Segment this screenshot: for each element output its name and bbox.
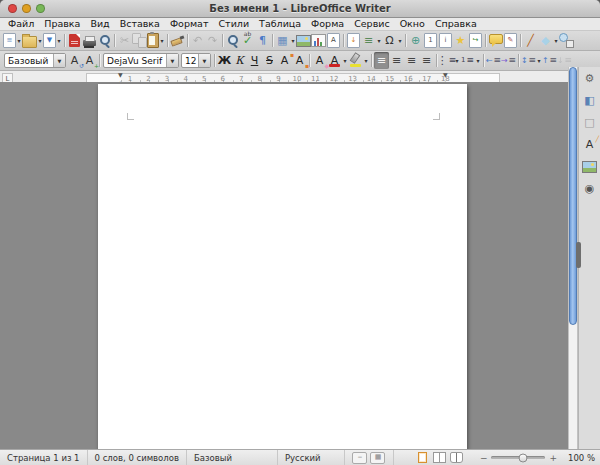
save-button-dropdown[interactable]: ▾: [56, 37, 62, 44]
selection-mode-button[interactable]: ‒: [352, 449, 367, 465]
menu-table[interactable]: Таблица: [254, 18, 306, 30]
document-modified-indicator[interactable]: ▦: [370, 449, 385, 465]
highlight-color-button-dropdown[interactable]: ▾: [363, 57, 369, 64]
paste-button[interactable]: ▾: [147, 32, 165, 49]
sidebar-page-button[interactable]: □: [582, 114, 597, 131]
print-button[interactable]: [82, 32, 97, 49]
zoom-slider-track[interactable]: [491, 456, 545, 459]
insert-footnote-button[interactable]: 1: [423, 32, 438, 49]
clear-formatting-button[interactable]: A◆: [312, 52, 327, 69]
font-name-select[interactable]: DejaVu Serif▼: [103, 53, 179, 68]
open-button[interactable]: ▾: [22, 32, 43, 49]
line-spacing-button[interactable]: ↕≡▾: [521, 52, 542, 69]
justify-button[interactable]: ≡: [419, 52, 434, 69]
paragraph-style-select-dropdown[interactable]: ▼: [53, 54, 65, 67]
insert-line-button[interactable]: ╱: [523, 32, 538, 49]
zoom-slider-knob[interactable]: [518, 453, 527, 462]
close-button[interactable]: [8, 4, 17, 13]
font-color-button[interactable]: A▾: [327, 52, 348, 69]
insert-comment-button[interactable]: [488, 32, 503, 49]
increase-indent-button[interactable]: →≡: [501, 52, 516, 69]
insert-bookmark-button[interactable]: ★: [453, 32, 468, 49]
page-style-status[interactable]: Базовый: [187, 450, 278, 465]
save-button[interactable]: ▼▾: [43, 32, 62, 49]
cut-button[interactable]: ✂: [117, 32, 132, 49]
align-left-button[interactable]: ≡: [374, 52, 389, 69]
highlight-color-button[interactable]: ▾: [348, 52, 369, 69]
paragraph-style-select[interactable]: Базовый▼: [4, 53, 66, 68]
print-preview-button[interactable]: [97, 32, 112, 49]
spelling-button[interactable]: ✓ab: [240, 32, 255, 49]
paste-button-dropdown[interactable]: ▾: [159, 37, 165, 44]
book-view-button[interactable]: [449, 449, 464, 465]
export-pdf-button[interactable]: [67, 32, 82, 49]
decrease-indent-button[interactable]: ←≡: [486, 52, 501, 69]
font-size-select-dropdown[interactable]: ▼: [198, 54, 210, 67]
sidebar-properties-button[interactable]: ◧: [582, 92, 597, 109]
font-name-select-dropdown[interactable]: ▼: [166, 54, 178, 67]
increase-paragraph-spacing-button[interactable]: ↑≡: [542, 52, 557, 69]
word-count-status[interactable]: 0 слов, 0 символов: [88, 450, 187, 465]
insert-cross-reference-button[interactable]: ↪: [468, 32, 483, 49]
menu-styles[interactable]: Стили: [213, 18, 254, 30]
sidebar-settings-button[interactable]: ⚙: [582, 70, 597, 87]
zoom-out-button[interactable]: −: [478, 453, 490, 463]
italic-button[interactable]: К: [232, 52, 247, 69]
sidebar-navigator-button[interactable]: ◉: [582, 180, 597, 197]
draw-functions-button[interactable]: [559, 32, 574, 49]
menu-insert[interactable]: Вставка: [115, 18, 165, 30]
menu-view[interactable]: Вид: [85, 18, 114, 30]
menu-file[interactable]: Файл: [3, 18, 39, 30]
sidebar-styles-button[interactable]: A╱: [582, 136, 597, 153]
underline-button[interactable]: Ч: [247, 52, 262, 69]
vertical-scrollbar-thumb[interactable]: [569, 67, 577, 325]
document-page[interactable]: [98, 84, 467, 449]
insert-image-button[interactable]: [296, 32, 311, 49]
sidebar-gallery-button[interactable]: [582, 158, 597, 175]
subscript-button[interactable]: A▪: [292, 52, 307, 69]
menu-edit[interactable]: Правка: [39, 18, 85, 30]
menu-help[interactable]: Справка: [430, 18, 482, 30]
insert-table-button[interactable]: ▦▾: [275, 32, 296, 49]
copy-button[interactable]: [132, 32, 147, 49]
update-style-button[interactable]: A↺: [67, 52, 82, 69]
undo-button[interactable]: ↶: [190, 32, 205, 49]
numbered-list-button[interactable]: 1≡▾: [460, 52, 481, 69]
insert-chart-button[interactable]: [311, 32, 326, 49]
multi-page-view-button[interactable]: [432, 449, 447, 465]
strikethrough-button[interactable]: S: [262, 52, 277, 69]
new-style-button[interactable]: A+: [82, 52, 97, 69]
page-number-status[interactable]: Страница 1 из 1: [0, 450, 88, 465]
insert-hyperlink-button[interactable]: ⊕: [408, 32, 423, 49]
insert-special-character-button-dropdown[interactable]: ▾: [397, 37, 403, 44]
menu-form[interactable]: Форма: [306, 18, 349, 30]
insert-field-button[interactable]: ≡▾: [361, 32, 382, 49]
menu-window[interactable]: Окно: [395, 18, 430, 30]
track-changes-button[interactable]: ✎: [503, 32, 518, 49]
page-break-button[interactable]: ↓: [346, 32, 361, 49]
insert-textbox-button[interactable]: A: [326, 32, 341, 49]
bold-button[interactable]: Ж: [217, 52, 232, 69]
redo-button[interactable]: ↷: [205, 32, 220, 49]
insert-endnote-button[interactable]: i: [438, 32, 453, 49]
numbered-list-button-dropdown[interactable]: ▾: [475, 57, 481, 64]
basic-shapes-button[interactable]: ◆▾: [538, 32, 559, 49]
clone-formatting-button[interactable]: [170, 32, 185, 49]
find-replace-button[interactable]: [225, 32, 240, 49]
bullet-list-button[interactable]: ⋮≡▾: [439, 52, 460, 69]
zoom-in-button[interactable]: +: [547, 453, 559, 463]
menu-tools[interactable]: Сервис: [349, 18, 395, 30]
font-size-select[interactable]: 12▼: [181, 53, 211, 68]
language-status[interactable]: Русский: [278, 450, 345, 465]
superscript-button[interactable]: A▪: [277, 52, 292, 69]
new-document-button[interactable]: ≡▾: [3, 32, 22, 49]
insert-special-character-button[interactable]: Ω▾: [382, 32, 403, 49]
formatting-marks-button[interactable]: ¶: [255, 32, 270, 49]
zoom-percentage[interactable]: 100 %: [566, 450, 600, 465]
zoom-window-button[interactable]: [36, 4, 45, 13]
align-center-button[interactable]: ≡: [389, 52, 404, 69]
sidebar-splitter-grip[interactable]: [576, 242, 581, 268]
minimize-button[interactable]: [22, 4, 31, 13]
menu-format[interactable]: Формат: [165, 18, 214, 30]
align-right-button[interactable]: ≡: [404, 52, 419, 69]
